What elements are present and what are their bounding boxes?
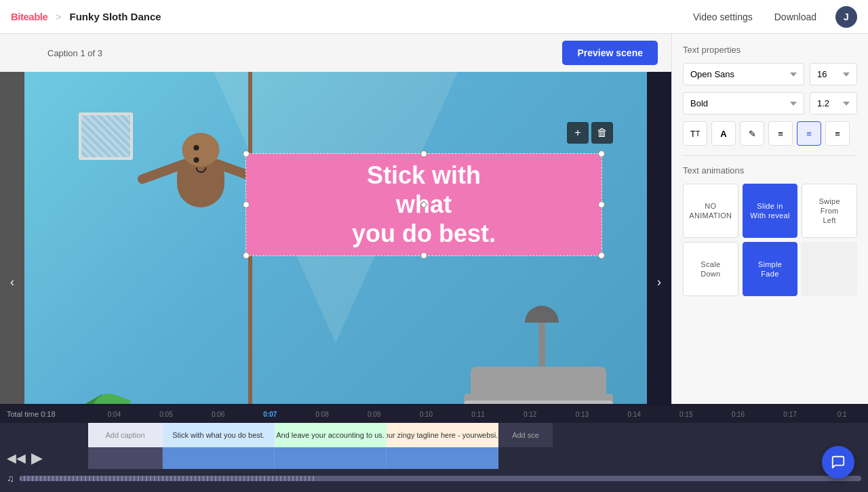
breadcrumb-sep: >: [56, 12, 61, 22]
text-size-button[interactable]: TT: [683, 121, 707, 146]
ruler-mark: 0:16: [712, 411, 764, 418]
ruler-mark: 0:04: [88, 411, 140, 418]
add-text-element-button[interactable]: +: [567, 122, 589, 144]
text-properties-title: Text properties: [683, 45, 857, 55]
text-color-button[interactable]: A: [711, 121, 736, 146]
music-waveform: [20, 476, 862, 481]
avatar: J: [835, 6, 857, 28]
scene-picture: [79, 112, 133, 160]
music-track: ♫: [0, 469, 868, 488]
project-title: Funky Sloth Dance: [70, 11, 161, 22]
ruler-mark: 0:12: [504, 411, 556, 418]
font-weight-select[interactable]: Regular Bold Light: [683, 92, 804, 115]
video-segment-1[interactable]: [163, 447, 275, 469]
ruler-mark: 0:15: [660, 411, 712, 418]
align-right-button[interactable]: ≡: [825, 121, 850, 146]
caption-track-controls: [0, 423, 88, 447]
handle-top-center[interactable]: [420, 150, 427, 157]
divider: [683, 155, 857, 156]
download-button[interactable]: Download: [766, 7, 825, 26]
play-button[interactable]: ▶: [31, 449, 43, 467]
handle-bottom-right[interactable]: [598, 252, 605, 259]
animation-grid: NO ANIMATION Slide inWith reveal SwipeFr…: [683, 184, 857, 296]
caption-bar: Caption 1 of 3 Preview scene: [0, 34, 671, 72]
ruler-mark: 0:13: [556, 411, 608, 418]
video-track-content: [88, 447, 868, 469]
topbar: Biteable > Funky Sloth Dance Video setti…: [0, 0, 868, 34]
anim-slide-in-with-reveal[interactable]: Slide inWith reveal: [743, 184, 798, 238]
video-settings-button[interactable]: Video settings: [685, 7, 761, 26]
caption-track-content: Add caption Stick with what you do best.…: [88, 423, 868, 447]
font-size-select[interactable]: 1214161820: [810, 63, 857, 85]
rewind-button[interactable]: ◀◀: [7, 451, 26, 466]
video-track: ◀◀ ▶: [0, 447, 868, 469]
anim-no-animation[interactable]: NO ANIMATION: [683, 184, 738, 238]
caption-track: Add caption Stick with what you do best.…: [0, 423, 868, 447]
chat-button[interactable]: [822, 446, 854, 478]
anim-scale-down[interactable]: ScaleDown: [683, 242, 738, 296]
line-height-select[interactable]: 1.0 1.2 1.4 1.6: [810, 92, 857, 115]
anim-swipe-from-left[interactable]: SwipeFromLeft: [802, 184, 857, 238]
timeline-total-label: Total time 0:18: [0, 410, 88, 418]
sloth-head: [182, 133, 220, 167]
ruler-mark: 0:14: [608, 411, 660, 418]
video-segment-2[interactable]: [275, 447, 387, 469]
ruler-mark: 0:05: [140, 411, 193, 418]
text-toolbar: + 🗑: [567, 122, 613, 144]
timeline: Total time 0:18 0:04 0:05 0:06 0:07 0:08…: [0, 404, 868, 492]
timeline-ruler: Total time 0:18 0:04 0:05 0:06 0:07 0:08…: [0, 405, 868, 423]
lamp-head: [525, 306, 559, 323]
anim-empty: [802, 242, 857, 296]
ruler-mark: 0:1: [816, 411, 868, 418]
text-overlay[interactable]: + 🗑: [235, 146, 613, 263]
sloth-eye-right: [193, 157, 199, 163]
style-row: Regular Bold Light 1.0 1.2 1.4 1.6: [683, 92, 857, 115]
text-animations-title: Text animations: [683, 165, 857, 176]
ruler-mark: 0:17: [764, 411, 816, 418]
handle-bottom-center[interactable]: [420, 252, 427, 259]
ruler-mark: 0:09: [348, 411, 400, 418]
sloth-arm-left: [136, 158, 191, 186]
format-buttons-row: TT A ✎ ≡ ≡ ≡: [683, 121, 857, 146]
ruler-mark: 0:06: [192, 411, 244, 418]
add-scene-button[interactable]: Add sce: [498, 423, 553, 447]
delete-text-element-button[interactable]: 🗑: [591, 122, 613, 144]
caption-segment-2[interactable]: And leave your accounting to us.: [275, 423, 387, 447]
app-logo: Biteable: [11, 11, 47, 22]
caption-segment-3[interactable]: Your zingy tagline here - yourwebsi.te: [387, 423, 498, 447]
align-left-button[interactable]: ≡: [768, 121, 793, 146]
handle-top-left[interactable]: [243, 150, 250, 157]
caption-counter: Caption 1 of 3: [47, 48, 562, 58]
ruler-mark: 0:10: [400, 411, 452, 418]
sloth-mouth: [195, 167, 206, 173]
sloth-eye-left: [193, 145, 199, 150]
handle-middle-left[interactable]: [243, 201, 250, 208]
ruler-mark: 0:11: [452, 411, 505, 418]
scene-picture-inner: [81, 115, 130, 157]
handle-top-right[interactable]: [598, 150, 605, 157]
align-center-button[interactable]: ≡: [797, 121, 821, 146]
ruler-marks-container: 0:04 0:05 0:06 0:07 0:08 0:09 0:10 0:11 …: [88, 411, 868, 418]
chat-icon: [831, 455, 846, 470]
highlight-button[interactable]: ✎: [740, 121, 764, 146]
video-track-controls: ◀◀ ▶: [0, 447, 88, 469]
add-caption-button[interactable]: Add caption: [88, 423, 163, 447]
preview-scene-button[interactable]: Preview scene: [562, 41, 658, 65]
handle-bottom-left[interactable]: [243, 252, 250, 259]
music-icon: ♫: [7, 473, 14, 484]
sloth: [160, 126, 241, 234]
video-segment-3[interactable]: [387, 447, 498, 469]
font-row: Open Sans Arial Roboto Montserrat 121416…: [683, 63, 857, 85]
font-family-select[interactable]: Open Sans Arial Roboto Montserrat: [683, 63, 804, 85]
text-selection-box[interactable]: Stick with what you do best.: [245, 153, 602, 256]
anim-simple-fade[interactable]: SimpleFade: [743, 242, 798, 296]
sloth-body: [177, 153, 224, 207]
handle-middle-right[interactable]: [598, 201, 605, 208]
ruler-mark-active: 0:07: [244, 411, 296, 418]
caption-segment-1[interactable]: Stick with what you do best.: [163, 423, 275, 447]
sloth-face: [191, 141, 211, 173]
ruler-mark: 0:08: [296, 411, 349, 418]
